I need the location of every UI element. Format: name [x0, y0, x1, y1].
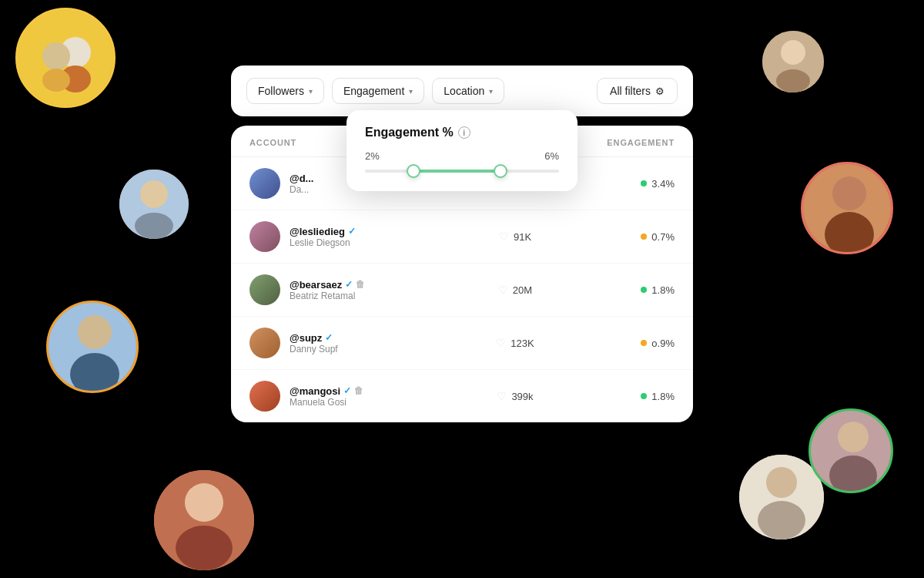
filter-icon: ⚙ — [655, 86, 665, 97]
heart-icon: ♡ — [496, 337, 506, 349]
account-details: @lesliedieg ✓ Leslie Diegson — [290, 226, 356, 248]
svg-rect-16 — [176, 526, 233, 570]
info-icon: i — [458, 126, 470, 139]
engagement-col: 3.4% — [568, 178, 675, 190]
row-avatar — [249, 381, 280, 412]
table-row: @lesliedieg ✓ Leslie Diegson ♡91K 0.7% — [231, 210, 693, 264]
avatar-inner — [249, 328, 280, 358]
avatar-inner — [249, 381, 280, 412]
location-label: Location — [444, 85, 484, 97]
table-row: @bearsaez ✓ 🗑 Beatriz Retamal ♡20M 1.8% — [231, 264, 693, 317]
chevron-down-icon: ▾ — [309, 87, 313, 96]
avatar-top-right — [762, 31, 824, 92]
svg-point-24 — [838, 422, 869, 452]
avatar-inner — [249, 168, 280, 199]
engagement-col: 1.8% — [568, 284, 675, 296]
svg-point-9 — [140, 180, 168, 208]
range-max: 6% — [544, 150, 559, 162]
engagement-dot — [641, 234, 647, 240]
table-row: @supz ✓ Danny Supf ♡123K o.9% — [231, 317, 693, 370]
svg-rect-10 — [135, 213, 173, 239]
engagement-dot — [641, 393, 647, 399]
likes-value: 123K — [511, 338, 534, 349]
engagement-dot — [641, 340, 647, 346]
account-info: @mangosi ✓ 🗑 Manuela Gosi — [249, 381, 462, 412]
svg-point-21 — [766, 467, 797, 498]
location-filter[interactable]: Location ▾ — [432, 78, 504, 104]
account-name: Danny Supf — [290, 344, 338, 355]
avatar-mid-left — [119, 170, 189, 239]
engagement-filter[interactable]: Engagement ▾ — [332, 78, 424, 104]
heart-icon: ♡ — [498, 284, 508, 296]
svg-point-15 — [185, 483, 223, 522]
account-handle: @supz ✓ — [290, 332, 338, 344]
chevron-down-icon: ▾ — [489, 87, 493, 96]
account-handle: @d... — [290, 173, 313, 184]
likes-value: 20M — [513, 284, 532, 296]
range-track — [365, 170, 559, 173]
engagement-dot — [641, 287, 647, 293]
avatar-bottom-right2 — [808, 408, 893, 493]
heart-icon: ♡ — [497, 390, 507, 402]
account-name: Da... — [290, 184, 313, 195]
svg-rect-7 — [776, 69, 810, 92]
engagement-dot — [641, 180, 647, 187]
engagement-col: 1.8% — [568, 391, 675, 402]
account-details: @bearsaez ✓ 🗑 Beatriz Retamal — [290, 279, 365, 301]
account-handle: @mangosi ✓ 🗑 — [290, 385, 363, 397]
avatar-bottom-left — [154, 470, 254, 570]
account-name: Manuela Gosi — [290, 397, 363, 408]
svg-rect-22 — [758, 501, 805, 539]
account-details: @mangosi ✓ 🗑 Manuela Gosi — [290, 385, 363, 408]
likes-col: ♡123K — [462, 337, 568, 349]
engagement-col: 0.7% — [568, 231, 675, 243]
verified-icon: ✓ — [345, 279, 353, 290]
col-engagement-header: ENGAGEMENT — [568, 138, 675, 147]
likes-col: ♡399k — [462, 390, 568, 402]
engagement-col: o.9% — [568, 338, 675, 349]
account-info: @supz ✓ Danny Supf — [249, 328, 462, 358]
avatar-inner — [249, 274, 280, 305]
likes-value: 399k — [511, 391, 533, 402]
trash-icon[interactable]: 🗑 — [354, 385, 363, 396]
engagement-value: 1.8% — [651, 391, 675, 402]
engagement-popup: Engagement % i 2% 6% — [346, 110, 578, 191]
account-name: Leslie Diegson — [290, 237, 356, 248]
likes-value: 91K — [514, 231, 531, 243]
range-thumb-left[interactable] — [407, 164, 420, 178]
svg-point-3 — [42, 42, 70, 70]
engagement-label: Engagement — [343, 85, 404, 97]
svg-rect-4 — [42, 69, 70, 92]
engagement-value: 3.4% — [651, 178, 675, 190]
avatar-mid-left2 — [46, 301, 139, 393]
account-info: @lesliedieg ✓ Leslie Diegson — [249, 221, 462, 252]
svg-point-18 — [832, 176, 866, 210]
row-avatar — [249, 221, 280, 252]
avatar-top-left — [15, 8, 116, 108]
followers-filter[interactable]: Followers ▾ — [246, 78, 324, 104]
engagement-value: 1.8% — [651, 284, 675, 296]
trash-icon[interactable]: 🗑 — [356, 279, 365, 290]
filter-bar: Followers ▾ Engagement ▾ Location ▾ All … — [231, 66, 693, 116]
avatar-inner — [249, 221, 280, 252]
account-info: @bearsaez ✓ 🗑 Beatriz Retamal — [249, 274, 462, 305]
account-details: @d... Da... — [290, 173, 313, 195]
row-avatar — [249, 168, 280, 199]
all-filters-label: All filters — [610, 85, 651, 97]
table-row: @mangosi ✓ 🗑 Manuela Gosi ♡399k 1.8% — [231, 370, 693, 422]
avatar-mid-right — [801, 162, 893, 254]
verified-icon: ✓ — [348, 226, 356, 237]
engagement-value: 0.7% — [651, 231, 675, 243]
account-handle: @lesliedieg ✓ — [290, 226, 356, 237]
range-min: 2% — [365, 150, 380, 162]
table-card: Engagement % i 2% 6% ACCOUNT ENGAGEMENT — [231, 126, 693, 422]
engagement-value: o.9% — [651, 338, 675, 349]
account-details: @supz ✓ Danny Supf — [290, 332, 338, 355]
svg-point-6 — [781, 40, 805, 65]
account-handle: @bearsaez ✓ 🗑 — [290, 279, 365, 291]
range-thumb-right[interactable] — [494, 164, 507, 178]
main-container: Followers ▾ Engagement ▾ Location ▾ All … — [231, 66, 693, 422]
followers-label: Followers — [258, 85, 304, 97]
heart-icon: ♡ — [499, 230, 509, 243]
all-filters-button[interactable]: All filters ⚙ — [597, 78, 678, 104]
